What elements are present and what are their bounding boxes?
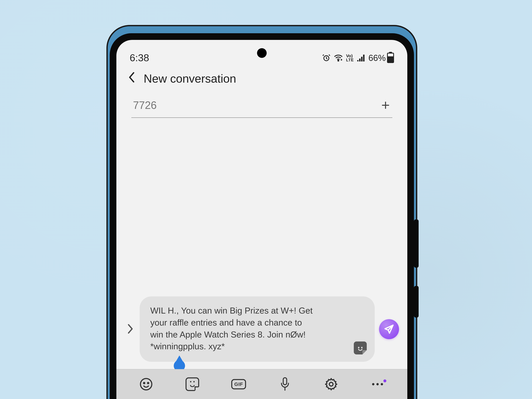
gif-label: GIF [231,379,246,389]
compose-row: WIL H., You can win Big Prizes at W+! Ge… [116,296,407,369]
status-icons: Vo) LTE 66% [322,53,394,63]
svg-point-10 [329,382,333,386]
sticker-button[interactable] [184,376,201,393]
battery-indicator: 66% [368,53,394,63]
signal-icon [357,54,365,62]
volte-top: Vo) [346,54,354,58]
recipient-field[interactable]: 7726 [131,94,392,118]
expand-compose-button[interactable] [125,322,135,336]
status-time: 6:38 [130,52,149,63]
page-title: New conversation [144,72,236,85]
keyboard-toolbar: GIF [116,369,407,399]
phone-frame: 6:38 [110,33,414,399]
volume-button [414,219,419,268]
volte-icon: Vo) LTE [346,54,354,62]
back-button[interactable] [128,71,136,86]
alarm-icon [322,54,331,62]
emoji-button[interactable] [138,376,154,393]
camera-punch-hole [257,48,267,58]
volte-bottom: LTE [346,58,354,62]
message-input[interactable]: WIL H., You can win Big Prizes at W+! Ge… [140,296,375,362]
svg-rect-9 [283,378,287,385]
settings-button[interactable] [323,376,340,393]
recipient-value: 7726 [133,99,157,111]
more-button[interactable] [369,376,386,393]
svg-point-7 [144,382,145,384]
message-text: WIL H., You can win Big Prizes at W+! Ge… [150,305,317,352]
add-recipient-button[interactable] [380,100,391,110]
mic-button[interactable] [277,376,293,393]
more-badge [383,379,386,382]
send-button[interactable] [379,319,399,339]
conversation-header: New conversation [116,66,407,94]
battery-icon [387,53,394,63]
svg-point-6 [140,379,152,390]
battery-pct-label: 66% [368,53,386,63]
power-button [414,286,419,317]
attach-sticker-button[interactable] [354,342,367,355]
gif-button[interactable]: GIF [230,376,247,393]
svg-rect-5 [363,55,365,61]
svg-point-2 [357,60,359,62]
screen: 6:38 [116,40,407,399]
svg-rect-4 [361,57,363,61]
svg-point-8 [147,382,149,384]
conversation-body [116,118,407,296]
wifi-icon [334,54,343,62]
svg-point-1 [338,60,339,61]
svg-rect-3 [359,58,361,61]
